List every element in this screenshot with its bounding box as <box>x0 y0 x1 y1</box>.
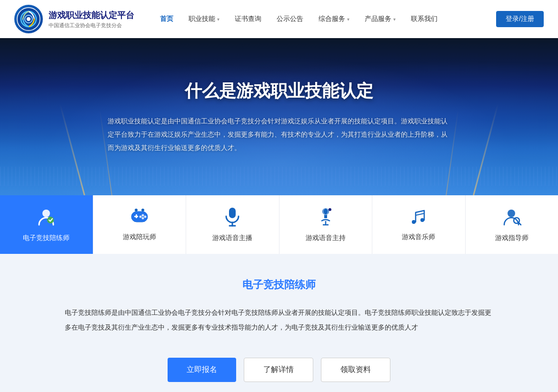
category-esports-coach-label: 电子竞技陪练师 <box>23 234 70 242</box>
svg-point-25 <box>412 220 416 224</box>
logo-area: 游戏职业技能认定平台 中国通信工业协会电子竞技分会 <box>14 5 134 33</box>
category-voice-host-label: 游戏语音主持 <box>306 234 346 242</box>
music-icon <box>409 208 428 228</box>
svg-point-5 <box>47 217 54 223</box>
main-nav: 首页 职业技能 ▾ 证书查询 公示公告 综合服务 ▾ 产品服务 ▾ 联系我们 <box>153 12 496 26</box>
hero-content: 什么是游戏职业技能认定 游戏职业技能认定是由中国通信工业协会电子竞技分会针对游戏… <box>89 60 469 173</box>
svg-point-24 <box>329 208 331 211</box>
svg-point-3 <box>27 17 30 21</box>
header: 游戏职业技能认定平台 中国通信工业协会电子竞技分会 首页 职业技能 ▾ 证书查询… <box>0 0 558 38</box>
svg-point-12 <box>141 217 144 220</box>
category-esports-coach[interactable]: 电子竞技陪练师 <box>0 195 93 254</box>
site-subtitle: 中国通信工业协会电子竞技分会 <box>49 22 134 29</box>
details-button[interactable]: 了解详情 <box>244 358 313 382</box>
site-title: 游戏职业技能认定平台 <box>49 10 134 21</box>
hero-section: 什么是游戏职业技能认定 游戏职业技能认定是由中国通信工业协会电子竞技分会针对游戏… <box>0 38 558 195</box>
voice-anchor-icon <box>224 207 241 229</box>
category-voice-anchor[interactable]: 游戏语音主播 <box>186 195 279 254</box>
hero-description: 游戏职业技能认定是由中国通信工业协会电子竞技分会针对游戏泛娱乐从业者开展的技能认… <box>108 114 450 154</box>
content-description: 电子竞技陪练师是由中国通信工业协会电子竞技分会针对电子竞技陪练师从业者开展的技能… <box>65 305 493 335</box>
logo-text: 游戏职业技能认定平台 中国通信工业协会电子竞技分会 <box>49 10 134 29</box>
category-voice-host[interactable]: 游戏语音主持 <box>279 195 373 254</box>
register-button[interactable]: 立即报名 <box>168 358 236 382</box>
nav-home[interactable]: 首页 <box>153 12 180 26</box>
svg-point-13 <box>139 216 141 218</box>
chevron-down-icon: ▾ <box>393 17 396 22</box>
game-companion-icon <box>130 208 149 228</box>
logo-icon <box>14 5 43 33</box>
voice-host-icon <box>317 207 335 229</box>
action-buttons: 立即报名 了解详情 领取资料 <box>38 358 520 392</box>
esports-coach-icon <box>36 207 56 229</box>
svg-point-26 <box>420 218 424 222</box>
category-game-companion[interactable]: 游戏陪玩师 <box>93 195 187 254</box>
nav-certificate[interactable]: 证书查询 <box>228 12 268 26</box>
nav-announcement[interactable]: 公示公告 <box>270 12 310 26</box>
content-section: 电子竞技陪练师 电子竞技陪练师是由中国通信工业协会电子竞技分会针对电子竞技陪练师… <box>0 254 558 392</box>
categories-list: 电子竞技陪练师 <box>0 195 558 254</box>
nav-services[interactable]: 综合服务 ▾ <box>312 12 356 26</box>
hero-title: 什么是游戏职业技能认定 <box>108 80 450 103</box>
nav-skills[interactable]: 职业技能 ▾ <box>182 12 226 26</box>
svg-line-27 <box>416 213 424 215</box>
login-register-button[interactable]: 登录/注册 <box>496 11 544 27</box>
category-music[interactable]: 游戏音乐师 <box>372 195 466 254</box>
svg-point-4 <box>42 210 50 217</box>
chevron-down-icon: ▾ <box>347 17 349 22</box>
materials-button[interactable]: 领取资料 <box>321 358 390 382</box>
svg-point-14 <box>135 209 138 211</box>
svg-point-28 <box>508 210 515 217</box>
svg-rect-16 <box>229 208 236 218</box>
svg-rect-9 <box>136 214 137 218</box>
category-game-companion-label: 游戏陪玩师 <box>123 233 156 241</box>
nav-contact[interactable]: 联系我们 <box>404 12 444 26</box>
nav-products[interactable]: 产品服务 ▾ <box>358 12 402 26</box>
category-instructor[interactable]: 游戏指导师 <box>466 195 558 254</box>
chevron-down-icon: ▾ <box>217 17 219 22</box>
categories-section: 电子竞技陪练师 <box>0 195 558 254</box>
category-music-label: 游戏音乐师 <box>402 233 435 241</box>
svg-point-15 <box>141 209 144 211</box>
instructor-icon <box>502 207 522 229</box>
svg-point-11 <box>144 216 146 218</box>
content-title: 电子竞技陪练师 <box>38 278 520 292</box>
category-instructor-label: 游戏指导师 <box>495 234 528 242</box>
svg-point-10 <box>141 214 144 217</box>
category-voice-anchor-label: 游戏语音主播 <box>212 234 252 242</box>
